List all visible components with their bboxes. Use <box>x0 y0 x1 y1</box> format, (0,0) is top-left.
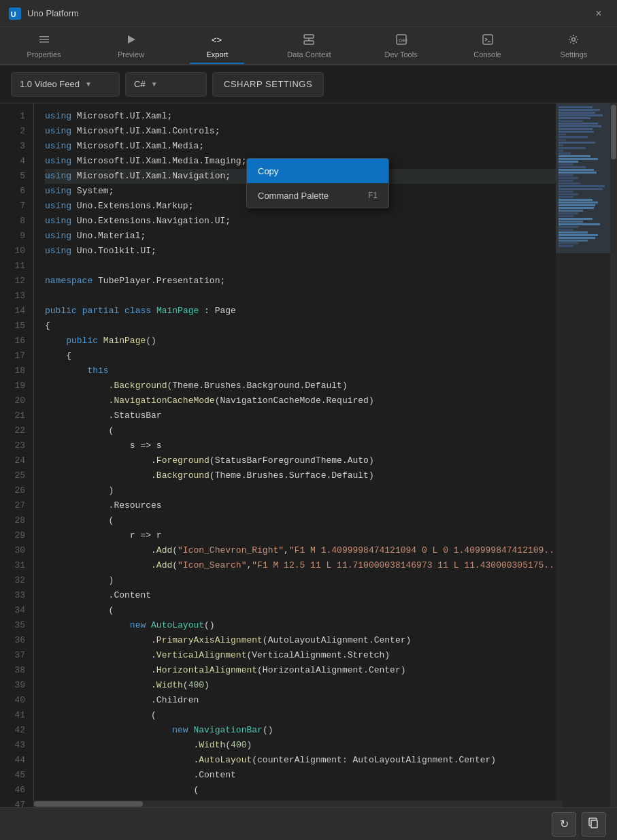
feed-chevron-icon: ▼ <box>85 80 92 88</box>
command-palette-shortcut: F1 <box>368 191 378 200</box>
line-num: 47 <box>5 798 25 807</box>
code-line-33: .Content <box>45 588 556 603</box>
feed-dropdown[interactable]: 1.0 Video Feed ▼ <box>11 72 120 97</box>
svg-rect-15 <box>591 820 597 828</box>
line-num: 39 <box>5 678 25 693</box>
line-num: 33 <box>5 588 25 603</box>
line-num: 28 <box>5 513 25 528</box>
code-line-26: ) <box>45 483 556 498</box>
window-title: Uno Platform <box>27 8 588 18</box>
toolbar-item-preview[interactable]: Preview <box>104 29 159 64</box>
copy-label: Copy <box>258 166 278 176</box>
feed-dropdown-value: 1.0 Video Feed <box>20 79 80 89</box>
toolbar: Properties Preview <> Export Data Contex… <box>0 27 617 65</box>
line-num: 23 <box>5 438 25 453</box>
line-num: 37 <box>5 648 25 663</box>
line-numbers: 1 2 3 4 5 6 7 8 9 10 11 12 13 14 15 16 1… <box>0 103 34 807</box>
code-line-31: .Add("Icon_Search","F1 M 12.5 11 L 11.71… <box>45 558 556 573</box>
svg-point-14 <box>572 37 576 41</box>
line-num: 12 <box>5 274 25 289</box>
code-line-42: new NavigationBar() <box>45 723 556 738</box>
copy-button[interactable] <box>582 812 606 837</box>
data-context-label: Data Context <box>287 50 331 59</box>
code-line-32: ) <box>45 573 556 588</box>
code-line-44: .AutoLayout(counterAlignment: AutoLayout… <box>45 753 556 768</box>
code-line-15: { <box>45 319 556 334</box>
context-menu-command-palette[interactable]: Command Palette F1 <box>247 183 388 208</box>
line-num: 22 <box>5 423 25 438</box>
dev-tools-icon: DEV <box>395 33 407 48</box>
line-num: 20 <box>5 393 25 408</box>
line-num: 9 <box>5 229 25 244</box>
close-button[interactable]: × <box>588 3 609 24</box>
lang-dropdown[interactable]: C# ▼ <box>125 72 207 97</box>
svg-rect-3 <box>39 39 49 40</box>
code-line-36: .PrimaryAxisAlignment(AutoLayoutAlignmen… <box>45 633 556 648</box>
toolbar-item-data-context[interactable]: Data Context <box>276 29 341 64</box>
code-line-40: .Children <box>45 693 556 708</box>
line-num: 36 <box>5 633 25 648</box>
app-icon: U <box>8 7 22 20</box>
code-line-46: ( <box>45 783 556 798</box>
preview-icon <box>125 33 137 48</box>
code-line-3: using Microsoft.UI.Xaml.Media; <box>45 139 556 154</box>
toolbar-item-properties[interactable]: Properties <box>16 29 71 64</box>
code-line-35: new AutoLayout() <box>45 618 556 633</box>
context-menu-copy[interactable]: Copy <box>247 159 388 183</box>
code-line-11 <box>45 259 556 274</box>
data-context-icon <box>303 33 315 48</box>
code-line-28: ( <box>45 513 556 528</box>
toolbar-item-settings[interactable]: Settings <box>546 29 601 64</box>
toolbar-item-export[interactable]: <> Export <box>190 29 244 64</box>
code-line-14: public partial class MainPage : Page <box>45 304 556 319</box>
code-line-37: .VerticalAlignment(VerticalAlignment.Str… <box>45 648 556 663</box>
h-scrollbar-thumb[interactable] <box>34 801 143 807</box>
line-num: 15 <box>5 319 25 334</box>
line-num: 18 <box>5 364 25 378</box>
code-line-41: ( <box>45 708 556 723</box>
svg-text:U: U <box>11 10 16 18</box>
vertical-scrollbar[interactable] <box>610 103 617 807</box>
line-num: 46 <box>5 783 25 798</box>
properties-icon <box>38 33 50 48</box>
scrollbar-thumb[interactable] <box>611 105 616 159</box>
refresh-button[interactable]: ↻ <box>552 812 576 837</box>
svg-rect-8 <box>304 41 314 44</box>
line-num: 32 <box>5 573 25 588</box>
line-num: 31 <box>5 558 25 573</box>
line-num: 34 <box>5 603 25 618</box>
toolbar-item-dev-tools[interactable]: DEV Dev Tools <box>373 29 428 64</box>
line-num: 41 <box>5 708 25 723</box>
dev-tools-label: Dev Tools <box>384 50 417 59</box>
code-line-10: using Uno.Toolkit.UI; <box>45 244 556 259</box>
horizontal-scrollbar[interactable] <box>34 801 563 807</box>
line-num: 11 <box>5 259 25 274</box>
csharp-settings-button[interactable]: CSHARP SETTINGS <box>212 72 324 97</box>
code-line-9: using Uno.Material; <box>45 229 556 244</box>
console-icon <box>482 33 494 48</box>
code-line-22: ( <box>45 423 556 438</box>
export-label: Export <box>207 50 229 59</box>
svg-rect-4 <box>39 42 49 43</box>
code-line-23: s => s <box>45 438 556 453</box>
command-palette-label: Command Palette <box>258 191 329 201</box>
line-num: 44 <box>5 753 25 768</box>
code-line-38: .HorizontalAlignment(HorizontalAlignment… <box>45 663 556 678</box>
code-line-2: using Microsoft.UI.Xaml.Controls; <box>45 124 556 139</box>
line-num: 4 <box>5 154 25 169</box>
line-num: 25 <box>5 468 25 483</box>
toolbar-item-console[interactable]: Console <box>461 29 515 64</box>
svg-marker-5 <box>128 35 135 44</box>
code-line-1: using Microsoft.UI.Xaml; <box>45 109 556 124</box>
line-num: 10 <box>5 244 25 259</box>
code-line-30: .Add("Icon_Chevron_Right","F1 M 1.409999… <box>45 543 556 558</box>
line-num: 30 <box>5 543 25 558</box>
code-line-43: .Width(400) <box>45 738 556 753</box>
line-num: 3 <box>5 139 25 154</box>
line-num: 24 <box>5 453 25 468</box>
context-menu: Copy Command Palette F1 <box>246 158 389 208</box>
settings-icon <box>567 33 580 48</box>
code-line-25: .Background(Theme.Brushes.Surface.Defaul… <box>45 468 556 483</box>
code-line-45: .Content <box>45 768 556 783</box>
code-editor[interactable]: using Microsoft.UI.Xaml; using Microsoft… <box>34 103 556 807</box>
